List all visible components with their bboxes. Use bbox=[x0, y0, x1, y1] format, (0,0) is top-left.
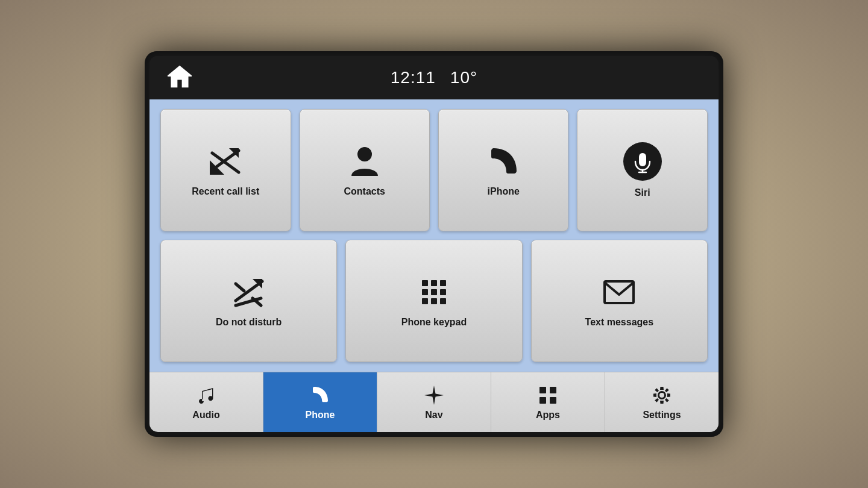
iphone-label: iPhone bbox=[488, 186, 520, 197]
nav-settings-label: Settings bbox=[643, 410, 681, 421]
tile-phone-keypad[interactable]: Phone keypad bbox=[345, 240, 522, 362]
tile-do-not-disturb[interactable]: Do not disturb bbox=[160, 240, 337, 362]
svg-rect-20 bbox=[440, 298, 446, 304]
svg-rect-12 bbox=[422, 280, 428, 286]
phone-keypad-label: Phone keypad bbox=[401, 316, 467, 328]
nav-navigation-label: Nav bbox=[425, 410, 442, 421]
tile-text-messages[interactable]: Text messages bbox=[531, 240, 708, 362]
siri-circle bbox=[623, 142, 662, 181]
svg-rect-14 bbox=[440, 280, 446, 286]
time-temp-display: 12:11 10° bbox=[391, 68, 477, 87]
home-icon bbox=[166, 64, 193, 89]
phone-nav-icon bbox=[309, 384, 331, 406]
nav-audio[interactable]: Audio bbox=[149, 372, 263, 432]
svg-rect-25 bbox=[550, 397, 556, 404]
grid-apps-icon bbox=[537, 384, 559, 406]
siri-label: Siri bbox=[635, 187, 650, 198]
nav-phone-label: Phone bbox=[306, 410, 335, 421]
star-nav-icon bbox=[423, 384, 445, 406]
svg-rect-17 bbox=[440, 289, 446, 295]
nav-apps-label: Apps bbox=[536, 410, 560, 421]
person-icon bbox=[347, 143, 383, 180]
music-note-icon bbox=[195, 384, 217, 406]
envelope-icon bbox=[601, 274, 637, 310]
phone-icon-iphone bbox=[485, 143, 521, 180]
arrows-crossing-icon bbox=[207, 143, 244, 180]
svg-point-4 bbox=[357, 147, 372, 161]
tile-iphone[interactable]: iPhone bbox=[438, 109, 568, 231]
svg-rect-19 bbox=[431, 298, 437, 304]
svg-rect-24 bbox=[539, 397, 546, 404]
svg-rect-13 bbox=[431, 280, 437, 286]
top-bar: 12:11 10° bbox=[149, 56, 719, 99]
do-not-disturb-icon bbox=[231, 274, 267, 310]
svg-rect-22 bbox=[539, 387, 546, 393]
nav-settings[interactable]: Settings bbox=[605, 372, 719, 432]
svg-point-26 bbox=[659, 392, 665, 398]
screen-bezel: 12:11 10° Recent call list bbox=[145, 51, 723, 437]
grid-icon bbox=[416, 274, 452, 310]
svg-rect-23 bbox=[550, 387, 556, 393]
recent-call-list-label: Recent call list bbox=[192, 186, 259, 197]
svg-rect-15 bbox=[422, 289, 428, 295]
svg-rect-18 bbox=[422, 298, 428, 304]
nav-bar: Audio Phone Nav bbox=[149, 372, 719, 432]
temperature-display: 10° bbox=[450, 68, 477, 87]
time-display: 12:11 bbox=[391, 68, 436, 87]
svg-line-9 bbox=[236, 284, 244, 291]
home-button[interactable] bbox=[166, 64, 193, 91]
nav-audio-label: Audio bbox=[192, 410, 219, 421]
svg-rect-16 bbox=[431, 289, 437, 295]
contacts-label: Contacts bbox=[344, 186, 385, 197]
do-not-disturb-label: Do not disturb bbox=[216, 316, 281, 328]
siri-icon bbox=[631, 149, 655, 174]
gear-icon bbox=[651, 384, 673, 406]
text-messages-label: Text messages bbox=[585, 316, 654, 328]
tile-contacts[interactable]: Contacts bbox=[300, 109, 430, 231]
screen: 12:11 10° Recent call list bbox=[149, 56, 719, 432]
nav-navigation[interactable]: Nav bbox=[377, 372, 491, 432]
nav-apps[interactable]: Apps bbox=[491, 372, 605, 432]
tile-recent-call-list[interactable]: Recent call list bbox=[160, 109, 291, 231]
nav-phone[interactable]: Phone bbox=[263, 372, 377, 432]
tile-siri[interactable]: Siri bbox=[577, 109, 708, 231]
main-grid: Recent call list Contacts iPhone bbox=[149, 99, 719, 372]
